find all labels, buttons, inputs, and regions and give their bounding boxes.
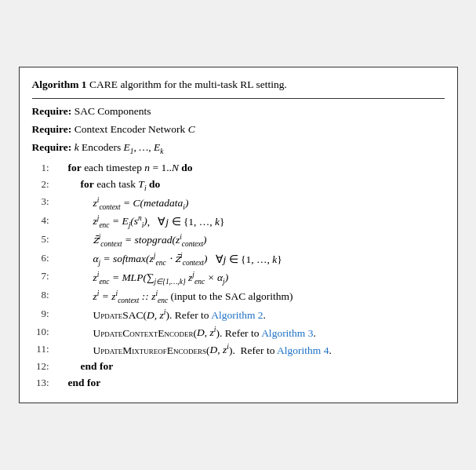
line-10: 10: UpdateContextEncoder(D, zi). Refer t… <box>32 324 445 341</box>
algorithm-title: Algorithm 1 CARE algorithm for the multi… <box>32 77 445 99</box>
line-7: 7: zienc = MLP(∑j∈{1,…,k} zjenc × αj) <box>32 268 445 287</box>
line-content-4: zjenc = Ej(sni), ∀j ∈ {1, …, k} <box>56 213 445 231</box>
line-11: 11: UpdateMixtureofEncoders(D, zi). Refe… <box>32 341 445 359</box>
line-num-6: 6: <box>32 250 49 266</box>
algorithm-description: CARE algorithm for the multi-task RL set… <box>87 78 287 90</box>
algorithm-lines: 1: for each timestep n = 1..N do 2: for … <box>32 160 445 392</box>
line-num-2: 2: <box>32 177 49 192</box>
line-3: 3: zicontext = C(metadatai) <box>32 194 445 213</box>
link-algo3[interactable]: Al­gorithm 3 <box>261 326 313 338</box>
require-2: Require: Context Encoder Network C <box>32 122 445 138</box>
line-num-4: 4: <box>32 213 49 228</box>
require-value-2: Context Encoder Network C <box>74 123 195 135</box>
line-content-8: zi = zicontext :: zienc (input to the SA… <box>56 287 445 306</box>
line-content-9: UpdateSAC(D, zi). Refer to Algorithm 2. <box>56 306 445 323</box>
require-3: Require: k Encoders E1, …, Ek <box>32 140 445 157</box>
require-value-3: k Encoders E1, …, Ek <box>74 141 164 153</box>
line-num-13: 13: <box>32 375 49 391</box>
line-content-7: zienc = MLP(∑j∈{1,…,k} zjenc × αj) <box>56 268 445 287</box>
require-1: Require: SAC Components <box>32 104 445 120</box>
line-num-7: 7: <box>32 268 49 284</box>
require-value-1: SAC Components <box>74 105 151 117</box>
line-5: 5: z̄icontext = stopgrad(zicontext) <box>32 231 445 250</box>
line-content-2: for each task Ti do <box>56 177 445 194</box>
line-content-11: UpdateMixtureofEncoders(D, zi). Refer to… <box>56 341 445 359</box>
algorithm-number: Algorithm 1 <box>32 78 87 90</box>
line-num-3: 3: <box>32 194 49 209</box>
line-content-3: zicontext = C(metadatai) <box>56 194 445 213</box>
line-9: 9: UpdateSAC(D, zi). Refer to Algorithm … <box>32 306 445 323</box>
line-content-12: end for <box>56 359 445 375</box>
line-num-12: 12: <box>32 359 49 374</box>
line-num-10: 10: <box>32 324 49 340</box>
line-content-5: z̄icontext = stopgrad(zicontext) <box>56 231 445 250</box>
line-4: 4: zjenc = Ej(sni), ∀j ∈ {1, …, k} <box>32 213 445 231</box>
link-algo4[interactable]: Algorithm 4 <box>277 344 329 355</box>
line-6: 6: αj = softmax(zjenc ⋅ z̄icontext) ∀j ∈… <box>32 250 445 269</box>
line-num-5: 5: <box>32 231 49 247</box>
require-label-2: Require: <box>32 123 72 135</box>
line-1: 1: for each timestep n = 1..N do <box>32 160 445 177</box>
line-12: 12: end for <box>32 359 445 375</box>
require-label-1: Require: <box>32 105 72 117</box>
line-num-9: 9: <box>32 306 49 322</box>
require-label-3: Require: <box>32 141 72 153</box>
line-num-8: 8: <box>32 287 49 303</box>
algorithm-box: Algorithm 1 CARE algorithm for the multi… <box>19 67 458 403</box>
line-content-10: UpdateContextEncoder(D, zi). Refer to Al… <box>56 324 445 341</box>
line-num-11: 11: <box>32 341 49 357</box>
link-algo2[interactable]: Algorithm 2 <box>211 309 263 321</box>
line-content-1: for each timestep n = 1..N do <box>56 160 445 177</box>
line-8: 8: zi = zicontext :: zienc (input to the… <box>32 287 445 306</box>
line-2: 2: for each task Ti do <box>32 177 445 194</box>
line-content-6: αj = softmax(zjenc ⋅ z̄icontext) ∀j ∈ {1… <box>56 250 445 269</box>
line-num-1: 1: <box>32 160 49 176</box>
line-13: 13: end for <box>32 375 445 392</box>
line-content-13: end for <box>56 375 445 392</box>
